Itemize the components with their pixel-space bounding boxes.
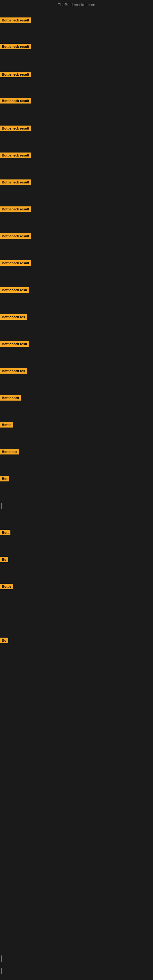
bottleneck-badge: Bottlenec: [0, 449, 19, 455]
bottleneck-badge: Bottleneck result: [0, 233, 31, 239]
bottleneck-badge: Bottleneck res: [0, 368, 27, 374]
bottleneck-badge: Bottleneck result: [0, 18, 31, 23]
bottleneck-badge: Bottleneck result: [0, 44, 31, 49]
bottleneck-badge: Bottleneck result: [0, 126, 31, 131]
vertical-line: [1, 956, 2, 962]
vertical-line: [1, 968, 2, 974]
bottleneck-badge: Bottleneck result: [0, 260, 31, 266]
bottleneck-badge: Bottle: [0, 422, 13, 428]
bottleneck-badge: Bottleneck result: [0, 180, 31, 185]
bottleneck-badge: Bottleneck resu: [0, 341, 29, 347]
bottleneck-badge: Bottleneck result: [0, 153, 31, 158]
bottleneck-badge: Bottleneck resu: [0, 287, 29, 293]
bottleneck-badge: Bottleneck result: [0, 72, 31, 77]
bottleneck-badge: Bo: [0, 638, 8, 643]
bottleneck-badge: Bottleneck res: [0, 314, 27, 320]
vertical-line: [1, 503, 2, 509]
bottleneck-badge: Bo: [0, 557, 8, 562]
bottleneck-badge: Bottleneck result: [0, 98, 31, 103]
bottleneck-badge: Bottle: [0, 584, 13, 589]
bottleneck-badge: Bottleneck: [0, 395, 21, 401]
bottleneck-badge: Bottleneck result: [0, 207, 31, 212]
bottleneck-badge: Bot: [0, 476, 9, 481]
bottleneck-badge: Bott: [0, 530, 10, 535]
site-title: TheBottlenecker.com: [0, 2, 153, 7]
